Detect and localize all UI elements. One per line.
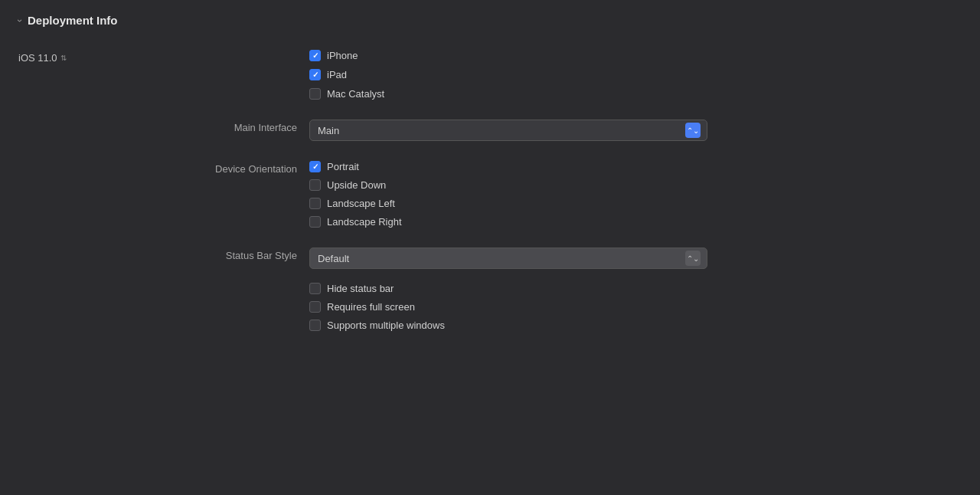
ios-version-value: iOS 11.0	[18, 52, 57, 64]
status-bar-options: Hide status bar Requires full screen Sup…	[309, 283, 707, 331]
mac-catalyst-checkbox[interactable]	[309, 88, 321, 100]
device-orientation-label: Device Orientation	[18, 161, 309, 175]
orientation-options: Portrait Upside Down Landscape Left Land…	[309, 161, 402, 228]
hide-status-bar-label: Hide status bar	[327, 283, 394, 294]
landscape-right-checkbox-item[interactable]: Landscape Right	[309, 216, 402, 228]
supports-multiple-windows-checkbox-item[interactable]: Supports multiple windows	[309, 320, 707, 331]
hide-status-bar-checkbox[interactable]	[309, 283, 321, 294]
status-bar-style-dropdown-arrow: ⌃⌄	[685, 251, 701, 266]
portrait-checkbox-item[interactable]: Portrait	[309, 161, 402, 172]
main-interface-dropdown[interactable]: Main ⌃⌄	[309, 120, 707, 141]
requires-full-screen-label: Requires full screen	[327, 301, 415, 313]
status-bar-style-row: Status Bar Style Default ⌃⌄ Hide status …	[18, 243, 962, 336]
ipad-label: iPad	[327, 69, 347, 80]
landscape-left-label: Landscape Left	[327, 198, 395, 209]
status-bar-style-dropdown[interactable]: Default ⌃⌄	[309, 248, 707, 269]
mac-catalyst-label: Mac Catalyst	[327, 88, 384, 100]
supports-multiple-windows-label: Supports multiple windows	[327, 320, 445, 331]
chevron-icon[interactable]: ›	[15, 19, 25, 22]
ios-version-label: iOS 11.0 ⇅	[18, 50, 309, 64]
device-checkboxes: iPhone iPad Mac Catalyst	[309, 50, 384, 100]
requires-full-screen-checkbox-item[interactable]: Requires full screen	[309, 301, 707, 313]
ios-version-selector[interactable]: iOS 11.0 ⇅	[18, 52, 297, 64]
upside-down-checkbox-item[interactable]: Upside Down	[309, 179, 402, 191]
ios-version-row: iOS 11.0 ⇅ iPhone iPad Mac Catalyst	[18, 45, 962, 104]
landscape-right-checkbox[interactable]	[309, 216, 321, 228]
main-interface-label: Main Interface	[18, 120, 309, 133]
supports-multiple-windows-checkbox[interactable]	[309, 320, 321, 331]
landscape-right-label: Landscape Right	[327, 216, 402, 228]
ipad-checkbox[interactable]	[309, 69, 321, 80]
status-bar-style-control: Default ⌃⌄ Hide status bar Requires full…	[309, 248, 707, 331]
upside-down-label: Upside Down	[327, 179, 386, 191]
iphone-checkbox[interactable]	[309, 50, 321, 61]
landscape-left-checkbox[interactable]	[309, 198, 321, 209]
portrait-label: Portrait	[327, 161, 359, 172]
section-title: Deployment Info	[28, 14, 118, 27]
requires-full-screen-checkbox[interactable]	[309, 301, 321, 313]
form-rows: iOS 11.0 ⇅ iPhone iPad Mac Catalyst	[18, 45, 962, 336]
main-interface-row: Main Interface Main ⌃⌄	[18, 115, 962, 146]
landscape-left-checkbox-item[interactable]: Landscape Left	[309, 198, 402, 209]
main-interface-dropdown-arrow: ⌃⌄	[685, 123, 701, 138]
mac-catalyst-checkbox-item[interactable]: Mac Catalyst	[309, 88, 384, 100]
hide-status-bar-checkbox-item[interactable]: Hide status bar	[309, 283, 707, 294]
deployment-info-section: › Deployment Info iOS 11.0 ⇅ iPhone iPad	[0, 0, 980, 349]
ios-version-stepper: ⇅	[60, 54, 67, 62]
main-interface-control: Main ⌃⌄	[309, 120, 707, 141]
device-orientation-row: Device Orientation Portrait Upside Down …	[18, 156, 962, 232]
iphone-label: iPhone	[327, 50, 358, 61]
status-bar-style-label: Status Bar Style	[18, 248, 309, 261]
upside-down-checkbox[interactable]	[309, 179, 321, 191]
section-header: › Deployment Info	[18, 14, 962, 27]
portrait-checkbox[interactable]	[309, 161, 321, 172]
ipad-checkbox-item[interactable]: iPad	[309, 69, 384, 80]
main-interface-value: Main	[318, 125, 685, 136]
status-bar-style-value: Default	[318, 253, 685, 264]
iphone-checkbox-item[interactable]: iPhone	[309, 50, 384, 61]
